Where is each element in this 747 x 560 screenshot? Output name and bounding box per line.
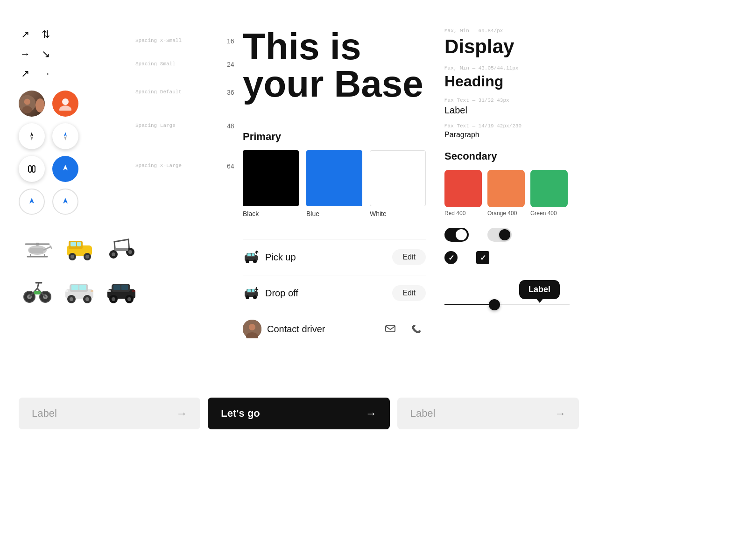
- svg-rect-58: [65, 290, 68, 292]
- heading-type: Heading: [444, 73, 570, 90]
- outline-right-button[interactable]: Label →: [397, 398, 579, 429]
- spacing-xs-label: Spacing X-Small: [135, 37, 219, 44]
- arrow-right2-icon[interactable]: →: [39, 67, 52, 80]
- nav-btn-arrow-blue[interactable]: [52, 156, 78, 182]
- toggle-off[interactable]: [487, 228, 512, 242]
- display-type: Display: [444, 35, 570, 58]
- svg-rect-27: [77, 242, 81, 246]
- user-avatar-photo[interactable]: [19, 91, 45, 117]
- svg-rect-73: [252, 253, 254, 256]
- hero-title: This is your Base: [243, 28, 426, 103]
- spacing-lg-label: Spacing Large: [135, 122, 219, 129]
- vehicle-ebike[interactable]: [19, 271, 56, 308]
- message-icon[interactable]: [381, 320, 400, 338]
- arrow-row-1: ↗ ⇅: [19, 28, 121, 41]
- svg-line-47: [37, 283, 39, 288]
- bottom-bar: Label → Let's go → Label →: [0, 398, 598, 448]
- nav-btn-compass-white[interactable]: [19, 123, 45, 149]
- color-swatch-blue: [306, 150, 362, 206]
- nav-btn-arrow-outline[interactable]: [19, 189, 45, 215]
- primary-cta-label: Let's go: [221, 407, 260, 420]
- spacing-item-lg: Spacing Large 48: [135, 115, 233, 137]
- svg-point-82: [253, 295, 257, 299]
- hero-column: This is your Base Primary Black Blue Whi…: [233, 28, 435, 347]
- pickup-edit-button[interactable]: Edit: [392, 249, 426, 265]
- phone-icon[interactable]: [407, 320, 426, 338]
- swatch-black-wrap: Black: [243, 150, 299, 217]
- toggle-on[interactable]: [444, 228, 469, 242]
- vehicle-tuk-tuk[interactable]: [61, 229, 98, 266]
- swatch-green-wrap: Green 400: [530, 170, 568, 217]
- secondary-colors-title: Secondary: [444, 150, 570, 162]
- vehicle-helicopter[interactable]: [19, 229, 56, 266]
- nav-btn-row-3: [19, 189, 121, 215]
- dropoff-edit-button[interactable]: Edit: [392, 285, 426, 301]
- icons-column: ↗ ⇅ → ↘ ↗ →: [19, 28, 126, 347]
- arrow-updown-icon[interactable]: ⇅: [39, 28, 52, 41]
- checkbox-square-checked[interactable]: ✓: [476, 251, 489, 264]
- svg-rect-87: [386, 325, 395, 332]
- slider-thumb[interactable]: [489, 299, 500, 310]
- svg-point-55: [70, 297, 73, 301]
- outline-left-arrow-icon: →: [176, 407, 187, 420]
- color-swatch-white: [370, 150, 426, 206]
- svg-point-65: [112, 297, 115, 301]
- nav-btn-compass-blue[interactable]: [52, 123, 78, 149]
- svg-point-29: [70, 255, 74, 259]
- color-swatch-red: [444, 170, 482, 207]
- slider-track[interactable]: [444, 304, 570, 305]
- arrow-row-2: → ↘: [19, 48, 121, 61]
- outline-left-label: Label: [32, 407, 57, 420]
- checkmark-icon: ✓: [448, 253, 454, 262]
- svg-marker-7: [64, 132, 67, 136]
- svg-rect-20: [36, 243, 39, 245]
- paragraph-type: Paragraph: [444, 131, 570, 139]
- svg-point-81: [246, 295, 249, 299]
- contact-icons: [381, 320, 426, 338]
- spacing-item-xl: Spacing X-Large 64: [135, 151, 233, 181]
- svg-rect-72: [247, 253, 251, 256]
- checkmark-sq-icon: ✓: [480, 253, 486, 262]
- color-swatch-green: [530, 170, 568, 207]
- svg-marker-13: [29, 198, 34, 203]
- nav-btn-arrow-outline2[interactable]: [52, 189, 78, 215]
- swatch-blue-wrap: Blue: [306, 150, 362, 217]
- arrow-se-icon[interactable]: ↘: [39, 48, 52, 61]
- svg-point-1: [24, 99, 30, 105]
- pickup-label: Pick up: [265, 252, 387, 263]
- arrow-nw-icon[interactable]: ↗: [19, 67, 32, 80]
- svg-point-3: [62, 98, 69, 105]
- vehicle-white-car[interactable]: [61, 271, 98, 308]
- dropoff-car-icon: [243, 285, 260, 301]
- ride-section: Pick up Edit: [243, 239, 426, 347]
- svg-rect-9: [28, 166, 31, 172]
- dropoff-row: Drop off Edit: [243, 275, 426, 311]
- display-hint: Max, Min — 69.84/px: [444, 28, 570, 34]
- swatch-red-label: Red 400: [444, 210, 482, 217]
- svg-point-37: [112, 252, 115, 256]
- pickup-row: Pick up Edit: [243, 239, 426, 275]
- outline-left-button[interactable]: Label →: [19, 398, 200, 429]
- spacing-item-md: Spacing Default 36: [135, 84, 233, 101]
- spacing-column: Spacing X-Small 16 Spacing Small 24 Spac…: [126, 37, 233, 347]
- svg-rect-26: [70, 242, 76, 246]
- svg-rect-49: [34, 291, 41, 294]
- svg-point-4: [59, 105, 71, 111]
- primary-cta-button[interactable]: Let's go →: [208, 398, 389, 429]
- swatch-orange-wrap: Orange 400: [487, 170, 525, 217]
- nav-btn-route-icon[interactable]: [19, 156, 45, 182]
- slider-section: Label: [444, 280, 570, 305]
- svg-rect-10: [32, 166, 35, 172]
- svg-marker-12: [63, 165, 68, 170]
- svg-rect-80: [252, 289, 254, 292]
- swatch-white-label: White: [370, 210, 426, 217]
- checkbox-round-checked[interactable]: ✓: [444, 251, 458, 264]
- user-avatar-orange[interactable]: [52, 91, 78, 117]
- nav-btn-row-1: [19, 123, 121, 149]
- svg-point-57: [85, 297, 89, 301]
- swatch-black-label: Black: [243, 210, 299, 217]
- typography-column: Max, Min — 69.84/px Display Max, Min — 4…: [435, 28, 579, 347]
- spacing-item-sm: Spacing Small 24: [135, 59, 233, 70]
- arrow-ne-icon[interactable]: ↗: [19, 28, 32, 41]
- arrow-right-icon[interactable]: →: [19, 48, 32, 61]
